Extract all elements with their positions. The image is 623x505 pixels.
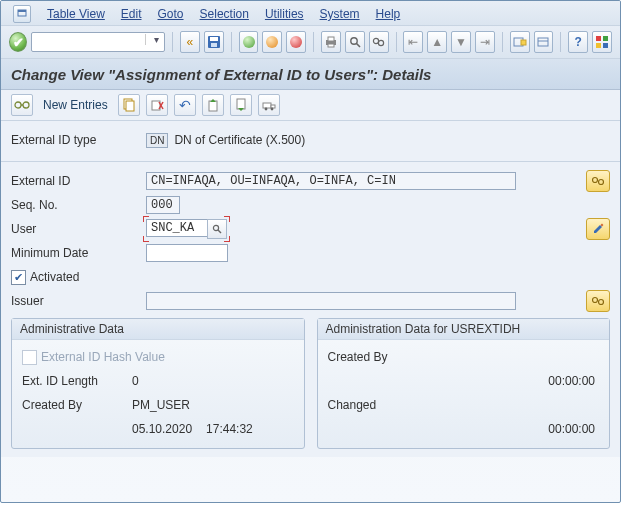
created-time2: 00:00:00 xyxy=(548,374,595,388)
svg-point-21 xyxy=(23,102,29,108)
find-next-icon[interactable] xyxy=(369,31,389,53)
transport-icon[interactable] xyxy=(258,94,280,116)
svg-point-43 xyxy=(599,300,604,305)
external-id-field[interactable] xyxy=(146,172,516,190)
user-search-help-icon[interactable] xyxy=(207,219,227,239)
menubar: Table View Edit Goto Selection Utilities… xyxy=(1,1,620,26)
issuer-field[interactable] xyxy=(146,292,516,310)
svg-rect-17 xyxy=(603,36,608,41)
hash-checkbox xyxy=(22,350,37,365)
page-title-bar: Change View "Assignment of External ID t… xyxy=(1,59,620,90)
min-date-field[interactable] xyxy=(146,244,228,262)
glasses-icon[interactable] xyxy=(11,94,33,116)
svg-point-38 xyxy=(213,225,218,230)
find-icon[interactable] xyxy=(345,31,365,53)
created-by-value: PM_USER xyxy=(132,398,190,412)
layout-icon[interactable] xyxy=(592,31,612,53)
issuer-expand-icon[interactable] xyxy=(586,290,610,312)
sap-window: Table View Edit Goto Selection Utilities… xyxy=(0,0,621,503)
panel-usr-extidh: Administration Data for USREXTIDH Create… xyxy=(317,318,611,449)
seq-no-field[interactable] xyxy=(146,196,180,214)
next-entry-icon[interactable] xyxy=(230,94,252,116)
panels: Administrative Data External ID Hash Val… xyxy=(11,318,610,449)
activated-checkbox[interactable]: ✔ xyxy=(11,270,26,285)
svg-rect-18 xyxy=(596,43,601,48)
min-date-label: Minimum Date xyxy=(11,246,146,260)
nav-cancel-icon[interactable] xyxy=(286,31,306,53)
svg-point-20 xyxy=(15,102,21,108)
svg-rect-6 xyxy=(328,37,334,41)
created-by-label: Created By xyxy=(22,398,132,412)
delete-icon[interactable] xyxy=(146,94,168,116)
ext-id-type-desc: DN of Certificate (X.500) xyxy=(174,133,305,147)
svg-rect-16 xyxy=(596,36,601,41)
separator xyxy=(560,32,561,52)
separator xyxy=(502,32,503,52)
separator xyxy=(231,32,232,52)
svg-rect-13 xyxy=(521,40,526,45)
changed-label: Changed xyxy=(328,398,428,412)
menu-system[interactable]: System xyxy=(320,7,360,21)
nav-exit-icon[interactable] xyxy=(262,31,282,53)
svg-rect-28 xyxy=(209,101,217,111)
shortcut-icon[interactable] xyxy=(534,31,554,53)
svg-point-37 xyxy=(599,180,604,185)
first-page-icon[interactable]: ⇤ xyxy=(403,31,423,53)
svg-rect-33 xyxy=(271,105,275,108)
separator xyxy=(172,32,173,52)
separator xyxy=(396,32,397,52)
menu-selection[interactable]: Selection xyxy=(200,7,249,21)
svg-marker-40 xyxy=(594,225,602,233)
changed-time: 00:00:00 xyxy=(548,422,595,436)
svg-rect-14 xyxy=(538,38,548,46)
ext-len-value: 0 xyxy=(132,374,139,388)
user-field[interactable] xyxy=(146,219,208,237)
user-field-focus xyxy=(146,219,227,239)
activated-label: Activated xyxy=(30,270,79,284)
undo-icon[interactable]: ↶ xyxy=(174,94,196,116)
page-title: Change View "Assignment of External ID t… xyxy=(11,66,431,83)
hash-label: External ID Hash Value xyxy=(41,350,165,364)
panel-usr-title: Administration Data for USREXTIDH xyxy=(318,319,610,340)
app-menu-icon[interactable] xyxy=(13,5,31,23)
command-field[interactable] xyxy=(31,32,165,52)
prev-page-icon[interactable]: ▲ xyxy=(427,31,447,53)
menu-help[interactable]: Help xyxy=(376,7,401,21)
svg-rect-41 xyxy=(601,224,604,227)
menu-utilities[interactable]: Utilities xyxy=(265,7,304,21)
divider xyxy=(1,161,620,162)
new-session-icon[interactable] xyxy=(510,31,530,53)
issuer-label: Issuer xyxy=(11,294,146,308)
svg-rect-3 xyxy=(210,37,218,41)
next-page-icon[interactable]: ▼ xyxy=(451,31,471,53)
ext-id-type-code: DN xyxy=(146,133,168,148)
svg-point-8 xyxy=(351,38,357,44)
svg-point-42 xyxy=(593,298,598,303)
external-id-expand-icon[interactable] xyxy=(586,170,610,192)
new-entries-button[interactable]: New Entries xyxy=(39,98,112,112)
panel-admin-data: Administrative Data External ID Hash Val… xyxy=(11,318,305,449)
svg-rect-24 xyxy=(126,101,134,111)
copy-icon[interactable] xyxy=(118,94,140,116)
save-icon[interactable] xyxy=(204,31,224,53)
help-icon[interactable]: ? xyxy=(568,31,588,53)
enter-button[interactable]: ✔ xyxy=(9,32,27,52)
print-icon[interactable] xyxy=(321,31,341,53)
created-date: 05.10.2020 xyxy=(132,422,192,436)
prev-entry-icon[interactable] xyxy=(202,94,224,116)
svg-rect-7 xyxy=(328,44,334,47)
last-page-icon[interactable]: ⇥ xyxy=(475,31,495,53)
nav-back-icon[interactable] xyxy=(239,31,259,53)
menu-edit[interactable]: Edit xyxy=(121,7,142,21)
svg-point-35 xyxy=(270,108,273,111)
seq-no-label: Seq. No. xyxy=(11,198,146,212)
svg-rect-4 xyxy=(211,43,217,47)
menu-table-view[interactable]: Table View xyxy=(47,7,105,21)
ext-id-type-label: External ID type xyxy=(11,133,146,147)
standard-toolbar: ✔ « ⇤ ▲ ▼ ⇥ ? xyxy=(1,26,620,59)
menu-goto[interactable]: Goto xyxy=(158,7,184,21)
svg-rect-32 xyxy=(263,103,271,108)
external-id-label: External ID xyxy=(11,174,146,188)
user-edit-icon[interactable] xyxy=(586,218,610,240)
back-icon[interactable]: « xyxy=(180,31,200,53)
